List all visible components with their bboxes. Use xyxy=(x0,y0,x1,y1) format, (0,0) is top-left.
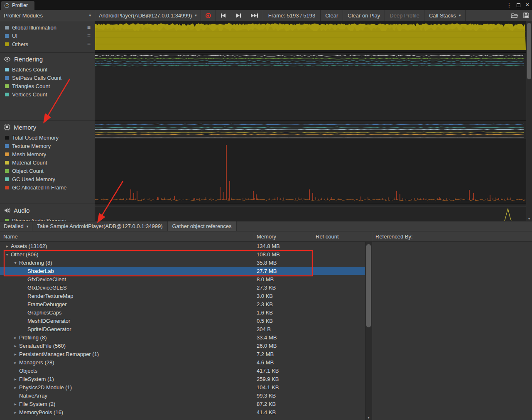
table-scrollbar[interactable]: ▾ xyxy=(365,242,372,420)
table-row-graphicscaps[interactable]: GraphicsCaps1.6 KB xyxy=(0,308,365,317)
table-row-rendering-8[interactable]: ▾Rendering (8)35.8 MB xyxy=(0,258,365,267)
module-header-audio[interactable]: Audio xyxy=(0,204,95,216)
expand-arrow-icon[interactable]: ▸ xyxy=(4,242,10,250)
legend-item-gc-allocated-in-frame[interactable]: GC Allocated In Frame xyxy=(0,183,95,192)
column-header-ref-count[interactable]: Ref count xyxy=(316,231,339,242)
record-button[interactable] xyxy=(201,10,216,21)
legend-color-swatch xyxy=(5,84,9,88)
column-splitter[interactable] xyxy=(254,233,254,240)
legend-item-playing-audio-sources[interactable]: Playing Audio Sources xyxy=(0,216,95,221)
target-selector-dropdown[interactable]: AndroidPlayer(ADB@127.0.0.1:34999) ▾ xyxy=(95,10,201,21)
expand-arrow-icon[interactable]: ▸ xyxy=(12,383,18,391)
window-menu-button[interactable]: ⋮ xyxy=(505,0,514,10)
table-row-persistentmanager-remapper-1[interactable]: ▸PersistentManager.Remapper (1)7.2 MB xyxy=(0,350,365,358)
row-name: Managers (28) xyxy=(19,358,54,366)
legend-item-batches-count[interactable]: Batches Count xyxy=(0,65,95,74)
table-row-serializedfile-560[interactable]: ▸SerializedFile (560)26.0 MB xyxy=(0,341,365,350)
expand-arrow-icon[interactable]: ▸ xyxy=(12,408,18,416)
column-splitter[interactable] xyxy=(313,233,313,240)
legend-item-gc-used-memory[interactable]: GC Used Memory xyxy=(0,175,95,183)
column-header-name[interactable]: Name xyxy=(3,231,18,242)
expand-arrow-icon[interactable]: ▸ xyxy=(12,350,18,358)
table-row-meshidgenerator[interactable]: MeshIDGenerator0.5 KB xyxy=(0,317,365,325)
legend-item-material-count[interactable]: Material Count xyxy=(0,158,95,167)
scrollbar-thumb[interactable] xyxy=(527,23,531,79)
clear-on-play-button[interactable]: Clear on Play xyxy=(343,10,385,21)
expand-arrow-icon[interactable]: ▸ xyxy=(12,375,18,383)
table-row-filesystem-1[interactable]: ▸FileSystem (1)259.9 KB xyxy=(0,375,365,383)
table-row-managers-28[interactable]: ▸Managers (28)4.6 MB xyxy=(0,358,365,366)
close-button[interactable]: × xyxy=(523,0,532,10)
table-row-assets-13162[interactable]: ▸Assets (13162)134.8 MB xyxy=(0,242,365,250)
step-forward-icon xyxy=(235,13,241,18)
drag-handle-icon[interactable]: ≡ xyxy=(87,32,91,39)
table-row-rendertexturemap[interactable]: RenderTextureMap3.0 KB xyxy=(0,292,365,300)
table-row-nativearray[interactable]: NativeArray99.3 KB xyxy=(0,391,365,400)
chart-memory[interactable] xyxy=(95,121,526,204)
call-stacks-dropdown[interactable]: Call Stacks ▾ xyxy=(424,10,466,21)
legend-label: Texture Memory xyxy=(12,143,51,149)
clear-button[interactable]: Clear xyxy=(321,10,343,21)
module-title: Rendering xyxy=(14,56,43,63)
legend-item-mesh-memory[interactable]: Mesh Memory xyxy=(0,150,95,158)
expand-arrow-icon[interactable]: ▸ xyxy=(12,341,18,350)
scroll-down-icon[interactable]: ▾ xyxy=(526,216,532,221)
table-row-gfxdevicegles[interactable]: GfxDeviceGLES27.3 KB xyxy=(0,283,365,292)
table-row-shaderlab[interactable]: ShaderLab27.7 MB xyxy=(0,267,365,275)
table-row-spriteidgenerator[interactable]: SpriteIDGenerator304 B xyxy=(0,325,365,333)
chart-audio[interactable] xyxy=(95,204,526,221)
scroll-down-icon[interactable]: ▾ xyxy=(365,415,372,420)
table-row-framedebugger[interactable]: FrameDebugger2.3 KB xyxy=(0,300,365,308)
legend-item-ui[interactable]: UI≡ xyxy=(0,32,95,40)
expand-arrow-icon[interactable]: ▸ xyxy=(12,400,18,408)
module-header-rendering[interactable]: Rendering xyxy=(0,53,95,65)
row-memory: 8.0 MB xyxy=(257,275,274,283)
chart-rendering[interactable] xyxy=(95,53,526,121)
next-frame-button[interactable] xyxy=(231,10,246,21)
expand-arrow-icon[interactable]: ▸ xyxy=(12,333,18,341)
legend-item-total-used-memory[interactable]: Total Used Memory xyxy=(0,133,95,142)
row-memory: 134.8 MB xyxy=(257,242,280,250)
legend-item-setpass-calls-count[interactable]: SetPass Calls Count xyxy=(0,74,95,82)
collapse-arrow-icon[interactable]: ▾ xyxy=(12,258,18,267)
current-frame-button[interactable] xyxy=(246,10,263,21)
main-toolbar: Profiler Modules ▾ AndroidPlayer(ADB@127… xyxy=(0,10,532,21)
legend-item-global-illumination[interactable]: Global Illumination≡ xyxy=(0,23,95,32)
legend-item-others[interactable]: Others≡ xyxy=(0,40,95,48)
module-header-memory[interactable]: Memory xyxy=(0,121,95,133)
folder-icon xyxy=(511,13,518,18)
table-row-memorypools-16[interactable]: ▸MemoryPools (16)41.4 KB xyxy=(0,408,365,416)
legend-label: GC Allocated In Frame xyxy=(12,184,67,191)
load-profile-button[interactable] xyxy=(509,10,520,21)
expand-arrow-icon[interactable]: ▸ xyxy=(12,358,18,366)
chart-others[interactable] xyxy=(95,21,526,53)
legend-item-vertices-count[interactable]: Vertices Count xyxy=(0,90,95,98)
charts-area xyxy=(95,21,526,221)
column-header-memory[interactable]: Memory xyxy=(257,231,276,242)
table-row-physics2d-module-1[interactable]: ▸Physics2D Module (1)104.1 KB xyxy=(0,383,365,391)
legend-item-texture-memory[interactable]: Texture Memory xyxy=(0,142,95,150)
table-row-other-806[interactable]: ▾Other (806)108.0 MB xyxy=(0,250,365,258)
table-row-objects[interactable]: Objects417.1 KB xyxy=(0,366,365,375)
drag-handle-icon[interactable]: ≡ xyxy=(87,41,91,47)
deep-profile-button[interactable]: Deep Profile xyxy=(385,10,424,21)
first-frame-button[interactable] xyxy=(216,10,231,21)
table-row-gfxdeviceclient[interactable]: GfxDeviceClient8.0 MB xyxy=(0,275,365,283)
drag-handle-icon[interactable]: ≡ xyxy=(87,24,91,31)
gather-references-button[interactable]: Gather object references xyxy=(167,221,237,231)
legend-label: Vertices Count xyxy=(12,91,47,98)
table-row-file-system-2[interactable]: ▸File System (2)87.2 KB xyxy=(0,400,365,408)
maximize-button[interactable] xyxy=(514,0,523,10)
tab-profiler[interactable]: Profiler xyxy=(1,1,34,10)
legend-item-triangles-count[interactable]: Triangles Count xyxy=(0,82,95,90)
audio-icon xyxy=(4,207,10,214)
save-profile-button[interactable] xyxy=(520,10,532,21)
legend-item-object-count[interactable]: Object Count xyxy=(0,167,95,175)
scrollbar-thumb[interactable] xyxy=(366,244,371,327)
table-row-profiling-8[interactable]: ▸Profiling (8)33.4 MB xyxy=(0,333,365,341)
profiler-modules-dropdown[interactable]: Profiler Modules ▾ xyxy=(0,10,95,21)
take-sample-button[interactable]: Take Sample AndroidPlayer(ADB@127.0.0.1:… xyxy=(32,221,167,231)
detail-mode-dropdown[interactable]: Detailed ▾ xyxy=(0,221,32,231)
collapse-arrow-icon[interactable]: ▾ xyxy=(4,250,10,258)
charts-scrollbar[interactable]: ▾ xyxy=(526,21,532,221)
